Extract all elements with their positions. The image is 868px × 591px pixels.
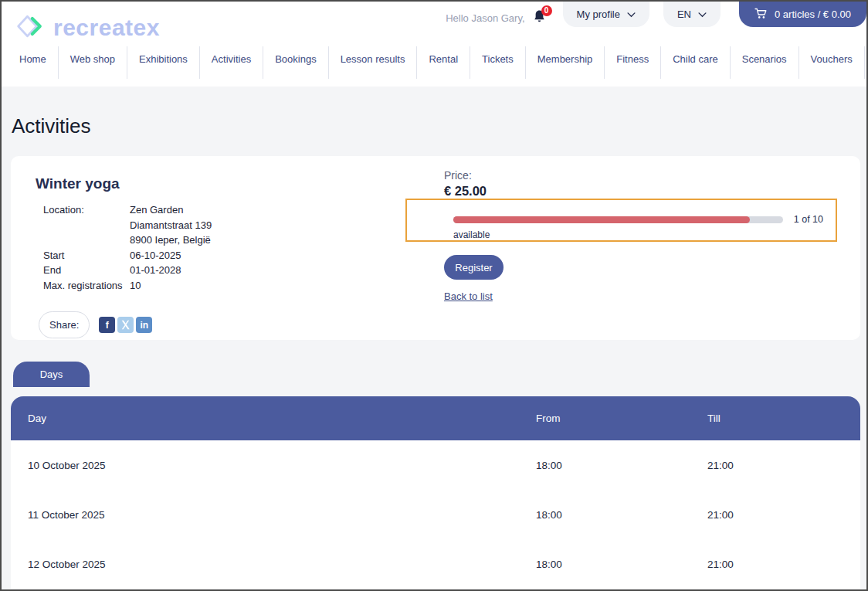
nav-item-lesson-results[interactable]: Lesson results <box>329 46 418 79</box>
x-twitter-icon[interactable] <box>117 317 134 333</box>
column-header-day: Day <box>28 413 536 424</box>
cell-from: 18:00 <box>536 509 707 521</box>
nav-item-child-care[interactable]: Child care <box>661 46 731 79</box>
share-label: Share: <box>39 311 90 338</box>
availability-box: 1 of 10 available <box>405 199 837 242</box>
nav-item-home[interactable]: Home <box>8 46 59 79</box>
cart-button[interactable]: 0 articles / € 0.00 <box>739 2 866 27</box>
notifications-button[interactable]: 0 <box>533 9 546 26</box>
nav-item-exhibitions[interactable]: Exhibitions <box>127 46 200 79</box>
nav-item-vouchers[interactable]: Vouchers <box>799 46 865 79</box>
nav-item-activities[interactable]: Activities <box>200 46 263 79</box>
days-table: Day From Till 10 October 2025 18:00 21:0… <box>11 396 860 589</box>
tab-days[interactable]: Days <box>13 362 90 387</box>
cell-from: 18:00 <box>536 460 707 471</box>
table-row[interactable]: 12 October 2025 18:00 21:00 <box>11 539 860 589</box>
start-label: Start <box>43 248 130 263</box>
cell-day: 12 October 2025 <box>28 559 536 570</box>
top-bar: recreatex Hello Jason Gary, 0 My profile <box>2 2 866 87</box>
max-registrations-label: Max. registrations <box>43 278 130 294</box>
nav-item-rental[interactable]: Rental <box>417 46 470 79</box>
cell-till: 21:00 <box>707 509 860 521</box>
cart-label: 0 articles / € 0.00 <box>775 8 851 20</box>
price-label: Price: <box>444 169 472 182</box>
nav-item-tickets[interactable]: Tickets <box>470 46 526 79</box>
nav-item-bookings[interactable]: Bookings <box>263 46 328 79</box>
availability-count: 1 of 10 <box>794 214 823 225</box>
column-header-from: From <box>536 413 707 424</box>
availability-progress-track <box>453 216 783 223</box>
language-label: EN <box>677 8 691 20</box>
activity-detail-card: Winter yoga Location: Zen Garden Diamant… <box>11 156 860 340</box>
cart-icon <box>754 8 768 22</box>
column-header-till: Till <box>707 413 860 424</box>
availability-progress-fill <box>453 216 750 223</box>
cell-till: 21:00 <box>707 559 860 570</box>
cell-from: 18:00 <box>536 559 707 570</box>
chevron-down-icon <box>627 8 636 20</box>
nav-item-fitness[interactable]: Fitness <box>605 46 661 79</box>
nav-item-web-shop[interactable]: Web shop <box>59 46 127 79</box>
user-greeting: Hello Jason Gary, <box>446 12 524 24</box>
cell-till: 21:00 <box>707 460 860 471</box>
logo-diamond-icon <box>15 12 46 44</box>
tab-days-label: Days <box>40 369 63 380</box>
max-registrations-value: 10 <box>130 278 860 294</box>
main-navigation: Home Web shop Exhibitions Activities Boo… <box>2 46 866 87</box>
table-row[interactable]: 10 October 2025 18:00 21:00 <box>11 440 860 490</box>
brand-name: recreatex <box>53 15 160 41</box>
price-value: € 25.00 <box>444 184 487 199</box>
chevron-down-icon <box>698 8 707 20</box>
table-row[interactable]: 11 October 2025 18:00 21:00 <box>11 490 860 539</box>
table-body: 10 October 2025 18:00 21:00 11 October 2… <box>11 440 860 589</box>
facebook-icon[interactable]: f <box>99 317 115 333</box>
language-selector[interactable]: EN <box>663 2 721 27</box>
availability-text: available <box>453 229 823 240</box>
my-profile-button[interactable]: My profile <box>563 2 649 27</box>
share-section: Share: f in <box>39 311 860 338</box>
end-label: End <box>43 263 130 278</box>
nav-item-membership[interactable]: Membership <box>526 46 605 79</box>
page-title: Activities <box>12 114 866 138</box>
brand-logo[interactable]: recreatex <box>15 12 160 44</box>
nav-item-scenarios[interactable]: Scenarios <box>731 46 799 79</box>
main-content: Activities Winter yoga Location: Zen Gar… <box>2 114 866 589</box>
back-to-list-link[interactable]: Back to list <box>444 290 493 302</box>
location-label: Location: <box>43 202 130 218</box>
my-profile-label: My profile <box>577 8 620 20</box>
table-header-row: Day From Till <box>11 396 860 440</box>
register-button[interactable]: Register <box>444 255 504 280</box>
cell-day: 11 October 2025 <box>28 509 536 521</box>
cell-day: 10 October 2025 <box>28 460 536 471</box>
linkedin-icon[interactable]: in <box>136 317 152 333</box>
notification-badge: 0 <box>541 5 552 16</box>
